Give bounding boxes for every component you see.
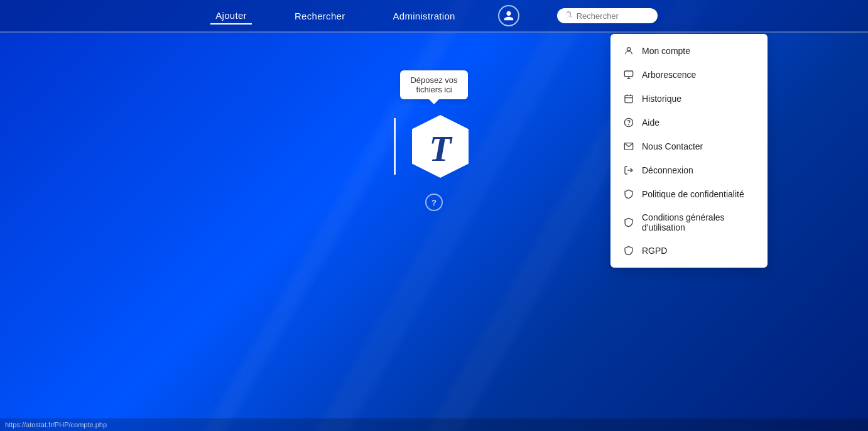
calendar-icon <box>623 93 634 104</box>
door-icon <box>623 165 634 176</box>
monitor-icon <box>623 69 634 80</box>
dropdown-item-nous-contacter[interactable]: Nous Contacter <box>610 134 768 158</box>
dropdown-item-politique[interactable]: Politique de confidentialité <box>610 182 768 206</box>
search-icon <box>565 11 573 21</box>
search-input[interactable] <box>577 11 650 21</box>
dropdown-label: Conditions générales d'utilisation <box>642 212 755 232</box>
svg-rect-1 <box>624 71 632 77</box>
dropdown-label: Politique de confidentialité <box>642 189 744 199</box>
dropdown-item-aide[interactable]: Aide <box>610 111 768 134</box>
help-button[interactable]: ? <box>425 194 443 211</box>
svg-text:T: T <box>429 128 453 169</box>
search-box <box>557 8 658 23</box>
envelope-icon <box>623 141 634 152</box>
dropdown-item-mon-compte[interactable]: Mon compte <box>610 39 768 63</box>
user-avatar-button[interactable] <box>498 5 519 26</box>
dropdown-item-conditions[interactable]: Conditions générales d'utilisation <box>610 206 768 239</box>
drop-line1: Déposez vos <box>410 75 457 85</box>
drop-zone-tooltip[interactable]: Déposez vos fichiers ici <box>400 70 467 99</box>
shield-icon <box>623 188 634 200</box>
person-icon <box>623 45 634 57</box>
shield-icon <box>623 217 634 228</box>
dropdown-label: Arborescence <box>642 70 696 80</box>
dropdown-label: Aide <box>642 117 659 128</box>
status-bar: https://atostat.fr/PHP/compte.php <box>0 418 868 431</box>
shield-icon <box>623 245 634 256</box>
drop-line2: fichiers ici <box>416 85 452 94</box>
dropdown-label: Historique <box>642 94 681 104</box>
dropdown-item-deconnexion[interactable]: Déconnexion <box>610 158 768 182</box>
dropdown-item-arborescence[interactable]: Arborescence <box>610 63 768 87</box>
logo-area: T <box>394 112 475 181</box>
svg-point-4 <box>629 124 629 125</box>
question-icon <box>623 117 634 128</box>
status-url: https://atostat.fr/PHP/compte.php <box>5 421 107 428</box>
dropdown-label: Mon compte <box>642 46 690 56</box>
user-dropdown-menu: Mon compte Arborescence Historique Aide <box>610 34 768 268</box>
dropdown-label: Nous Contacter <box>642 141 703 151</box>
navbar: Ajouter Rechercher Administration <box>0 0 868 33</box>
dropdown-item-historique[interactable]: Historique <box>610 87 768 111</box>
logo-divider <box>394 118 396 175</box>
dropdown-item-rgpd[interactable]: RGPD <box>610 239 768 263</box>
nav-rechercher[interactable]: Rechercher <box>290 8 350 24</box>
nav-administration[interactable]: Administration <box>388 8 460 24</box>
dropdown-label: RGPD <box>642 246 667 256</box>
app-logo: T <box>406 112 475 181</box>
svg-rect-2 <box>625 95 632 103</box>
nav-ajouter[interactable]: Ajouter <box>210 8 252 25</box>
svg-point-0 <box>627 48 630 51</box>
person-icon <box>503 10 514 21</box>
dropdown-label: Déconnexion <box>642 165 693 175</box>
